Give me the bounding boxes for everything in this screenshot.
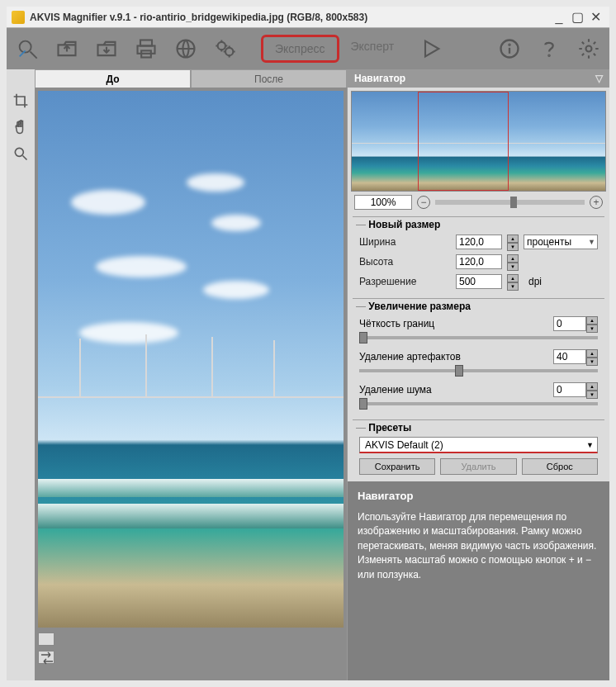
preset-select[interactable]: AKVIS Default (2)▼ bbox=[359, 437, 598, 453]
run-icon[interactable] bbox=[417, 35, 445, 63]
artifacts-row: Удаление артефактов ▲▼ bbox=[353, 347, 604, 380]
preset-value: AKVIS Default (2) bbox=[365, 439, 443, 451]
swap-swatch-icon[interactable] bbox=[38, 651, 54, 664]
artifacts-slider[interactable] bbox=[359, 369, 598, 372]
navigator-header: Навигатор ▽ bbox=[348, 69, 609, 88]
print-icon[interactable] bbox=[132, 35, 160, 63]
new-size-header: Новый размер bbox=[353, 216, 604, 232]
sharpness-label: Чёткость границ bbox=[359, 318, 553, 329]
magnifier-logo-icon bbox=[13, 35, 41, 63]
height-input[interactable] bbox=[456, 254, 502, 269]
before-after-tabs: До После bbox=[35, 69, 347, 88]
zoom-controls: − + bbox=[351, 195, 606, 210]
navigator-collapse-icon[interactable]: ▽ bbox=[595, 73, 603, 84]
svg-point-9 bbox=[548, 55, 549, 56]
presets-header: Пресеты bbox=[353, 419, 604, 435]
mode-express-button[interactable]: Экспресс bbox=[261, 35, 339, 63]
noise-row: Удаление шума ▲▼ bbox=[353, 380, 604, 413]
noise-input[interactable] bbox=[553, 382, 586, 397]
content-area: До После bbox=[7, 69, 609, 680]
close-button[interactable]: ✕ bbox=[586, 9, 604, 26]
sharpness-slider[interactable] bbox=[359, 336, 598, 339]
navigator-title: Навигатор bbox=[354, 73, 405, 84]
open-file-icon[interactable] bbox=[53, 35, 81, 63]
right-panel: Навигатор ▽ − + Новый размер bbox=[347, 69, 609, 680]
height-label: Высота bbox=[359, 256, 451, 268]
maximize-button[interactable]: ▢ bbox=[568, 9, 586, 26]
width-label: Ширина bbox=[359, 236, 451, 248]
titlebar: AKVIS Magnifier v.9.1 - rio-antirio_brid… bbox=[7, 7, 609, 28]
minimize-button[interactable]: _ bbox=[550, 9, 568, 26]
sharpness-spinner[interactable]: ▲▼ bbox=[586, 316, 598, 331]
sharpness-row: Чёткость границ ▲▼ bbox=[353, 314, 604, 347]
svg-point-11 bbox=[15, 148, 23, 156]
info-icon[interactable] bbox=[495, 35, 524, 63]
canvas-area: До После bbox=[35, 69, 347, 680]
resolution-input[interactable] bbox=[456, 274, 502, 289]
foreground-swatch[interactable] bbox=[38, 633, 54, 646]
tab-after[interactable]: После bbox=[191, 69, 347, 88]
zoom-tool-icon[interactable] bbox=[11, 144, 31, 163]
sharpness-input[interactable] bbox=[553, 316, 586, 331]
navigator-preview[interactable] bbox=[351, 91, 606, 192]
svg-point-10 bbox=[586, 46, 592, 52]
pan-tool-icon[interactable] bbox=[11, 117, 31, 137]
upsize-group: Увеличение размера Чёткость границ ▲▼ Уд… bbox=[353, 298, 604, 413]
preset-reset-button[interactable]: Сброс bbox=[522, 458, 598, 475]
resolution-label: Разрешение bbox=[359, 276, 451, 287]
main-toolbar: Экспресс Эксперт bbox=[7, 28, 609, 69]
batch-icon[interactable] bbox=[211, 35, 239, 63]
help-panel: Навигатор Используйте Навигатор для пере… bbox=[348, 481, 609, 680]
svg-point-6 bbox=[225, 48, 233, 55]
save-file-icon[interactable] bbox=[92, 35, 121, 63]
svg-point-8 bbox=[509, 45, 509, 45]
artifacts-label: Удаление артефактов bbox=[359, 351, 553, 362]
svg-point-5 bbox=[218, 42, 225, 50]
artifacts-input[interactable] bbox=[553, 349, 586, 364]
preset-delete-button[interactable]: Удалить bbox=[440, 458, 516, 475]
presets-group: Пресеты AKVIS Default (2)▼ Сохранить Уда… bbox=[353, 419, 604, 478]
mode-expert-button[interactable]: Эксперт bbox=[339, 35, 406, 63]
dpi-label: dpi bbox=[524, 276, 598, 287]
zoom-slider[interactable] bbox=[435, 200, 585, 205]
unit-select[interactable]: проценты▼ bbox=[524, 235, 598, 249]
image-view[interactable] bbox=[38, 91, 344, 628]
resolution-spinner[interactable]: ▲▼ bbox=[507, 274, 519, 289]
zoom-input[interactable] bbox=[354, 195, 412, 210]
help-icon[interactable] bbox=[535, 35, 563, 63]
new-size-group: Новый размер Ширина ▲▼ проценты▼ Высота … bbox=[353, 216, 604, 291]
share-icon[interactable] bbox=[172, 35, 200, 63]
artifacts-spinner[interactable]: ▲▼ bbox=[586, 349, 598, 364]
app-window: AKVIS Magnifier v.9.1 - rio-antirio_brid… bbox=[0, 0, 616, 687]
width-spinner[interactable]: ▲▼ bbox=[507, 235, 519, 249]
tab-before[interactable]: До bbox=[35, 69, 191, 88]
width-input[interactable] bbox=[456, 235, 502, 249]
help-text: Используйте Навигатор для перемещения по… bbox=[358, 510, 599, 582]
upsize-header: Увеличение размера bbox=[353, 298, 604, 314]
navigator-panel: − + bbox=[348, 88, 609, 213]
height-spinner[interactable]: ▲▼ bbox=[507, 254, 519, 269]
settings-icon[interactable] bbox=[575, 35, 603, 63]
app-icon bbox=[12, 11, 25, 24]
noise-spinner[interactable]: ▲▼ bbox=[586, 382, 598, 397]
zoom-in-button[interactable]: + bbox=[590, 196, 603, 209]
titlebar-text: AKVIS Magnifier v.9.1 - rio-antirio_brid… bbox=[30, 12, 550, 23]
mode-switch: Экспресс Эксперт bbox=[261, 35, 405, 63]
zoom-out-button[interactable]: − bbox=[417, 196, 430, 209]
noise-slider[interactable] bbox=[359, 402, 598, 405]
help-title: Навигатор bbox=[358, 490, 599, 502]
svg-rect-2 bbox=[138, 46, 155, 54]
unit-value: проценты bbox=[527, 236, 571, 248]
crop-tool-icon[interactable] bbox=[11, 91, 31, 111]
image-canvas[interactable] bbox=[35, 88, 347, 680]
noise-label: Удаление шума bbox=[359, 384, 553, 396]
preset-save-button[interactable]: Сохранить bbox=[359, 458, 435, 475]
left-toolbar bbox=[7, 69, 35, 680]
